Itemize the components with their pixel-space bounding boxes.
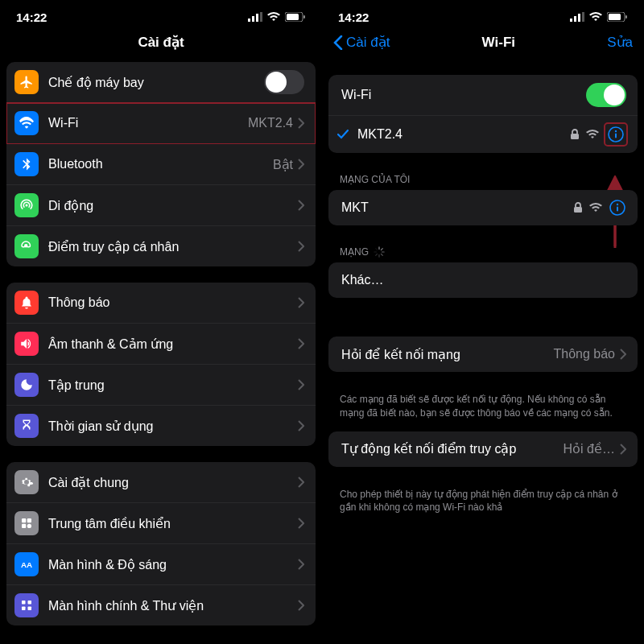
cellular-icon — [14, 193, 39, 217]
signal-icon — [248, 12, 262, 22]
battery-icon — [285, 12, 306, 22]
info-button[interactable] — [609, 199, 626, 217]
row-general[interactable]: Cài đặt chung — [6, 462, 316, 503]
status-indicators — [248, 12, 306, 22]
svg-rect-23 — [571, 134, 579, 139]
page-title: Cài đặt — [0, 29, 322, 62]
auto-join-section: Tự động kết nối điểm truy cập Hỏi đề… — [328, 431, 638, 467]
row-value: Hỏi đề… — [564, 441, 615, 456]
svg-rect-0 — [248, 19, 250, 22]
moon-icon — [14, 373, 39, 397]
hourglass-icon — [14, 414, 39, 438]
row-connected-network[interactable]: MKT2.4 — [328, 116, 638, 153]
airplane-icon — [14, 70, 39, 94]
row-ask-to-join[interactable]: Hỏi để kết nối mạng Thông báo — [328, 336, 638, 372]
row-cellular[interactable]: Di động — [6, 185, 316, 226]
chevron-right-icon — [298, 159, 304, 170]
lock-icon — [570, 129, 580, 140]
back-label: Cài đặt — [346, 34, 390, 51]
svg-rect-17 — [574, 16, 576, 22]
row-display[interactable]: AA Màn hình & Độ sáng — [6, 544, 316, 585]
row-my-network[interactable]: MKT — [328, 190, 638, 225]
edit-button[interactable]: Sửa — [607, 34, 633, 51]
info-button[interactable] — [605, 124, 626, 145]
chevron-right-icon — [298, 477, 304, 488]
settings-group-connectivity: Chế độ máy bay Wi-Fi MKT2.4 Bluetooth Bậ… — [6, 62, 316, 266]
svg-rect-9 — [22, 524, 26, 528]
airplane-toggle[interactable] — [264, 70, 304, 94]
row-notifications[interactable]: Thông báo — [6, 283, 316, 324]
status-time: 14:22 — [338, 10, 369, 24]
row-airplane-mode[interactable]: Chế độ máy bay — [6, 62, 316, 103]
svg-rect-28 — [574, 207, 582, 213]
back-button[interactable]: Cài đặt — [333, 34, 390, 51]
row-home-screen[interactable]: Màn hình chính & Thư viện — [6, 585, 316, 625]
row-bluetooth[interactable]: Bluetooth Bật — [6, 144, 316, 185]
chevron-right-icon — [298, 600, 304, 611]
row-label: Điểm truy cập cá nhân — [48, 239, 298, 254]
chevron-right-icon — [298, 338, 304, 349]
svg-rect-12 — [22, 601, 26, 605]
chevron-right-icon — [298, 241, 304, 252]
svg-rect-19 — [582, 12, 584, 22]
row-label: Hỏi để kết nối mạng — [341, 347, 553, 362]
network-icons — [570, 124, 626, 145]
chevron-right-icon — [298, 379, 304, 390]
wifi-icon — [14, 111, 39, 135]
svg-line-39 — [376, 249, 378, 250]
row-wifi-toggle[interactable]: Wi-Fi — [328, 75, 638, 116]
row-control-center[interactable]: Trung tâm điều khiển — [6, 503, 316, 544]
row-label: Thời gian sử dụng — [48, 419, 298, 434]
bell-icon — [14, 291, 39, 315]
svg-point-25 — [615, 130, 617, 132]
svg-rect-13 — [28, 601, 32, 605]
ask-to-join-section: Hỏi để kết nối mạng Thông báo — [328, 336, 638, 372]
row-sounds[interactable]: Âm thanh & Cảm ứng — [6, 324, 316, 365]
spinner-icon — [374, 246, 385, 258]
lock-icon — [573, 202, 583, 213]
chevron-right-icon — [298, 518, 304, 529]
row-label: Tập trung — [48, 378, 298, 393]
row-auto-join[interactable]: Tự động kết nối điểm truy cập Hỏi đề… — [328, 431, 638, 467]
status-time: 14:22 — [16, 10, 47, 24]
my-networks-section: MKT — [328, 190, 638, 225]
my-networks-header: MẠNG CỦA TÔI — [322, 169, 644, 190]
row-hotspot[interactable]: Điểm truy cập cá nhân — [6, 226, 316, 266]
row-value: MKT2.4 — [248, 116, 293, 130]
row-focus[interactable]: Tập trung — [6, 365, 316, 406]
wifi-icon — [267, 12, 280, 22]
wifi-strength-icon — [589, 203, 602, 213]
row-label: Wi-Fi — [341, 88, 586, 102]
row-label: Màn hình & Độ sáng — [48, 557, 298, 572]
chevron-right-icon — [620, 349, 626, 360]
row-wifi[interactable]: Wi-Fi MKT2.4 — [6, 103, 316, 144]
chevron-right-icon — [298, 420, 304, 431]
speaker-icon — [14, 332, 39, 356]
info-icon — [609, 199, 626, 217]
svg-rect-8 — [27, 518, 31, 522]
row-other-network[interactable]: Khác… — [328, 262, 638, 298]
row-label: Cài đặt chung — [48, 475, 298, 490]
network-name: MKT2.4 — [357, 127, 570, 142]
wifi-toggle[interactable] — [586, 83, 626, 107]
row-screentime[interactable]: Thời gian sử dụng — [6, 406, 316, 446]
svg-rect-15 — [28, 607, 32, 611]
battery-icon — [607, 12, 628, 22]
row-value: Thông báo — [553, 347, 615, 361]
display-icon: AA — [14, 552, 39, 576]
page-title: Wi-Fi — [482, 35, 515, 51]
network-name: MKT — [341, 200, 573, 215]
chevron-left-icon — [333, 35, 343, 50]
row-label: Thông báo — [48, 295, 298, 310]
row-label: Di động — [48, 198, 298, 213]
networks-header-label: MẠNG — [340, 246, 369, 258]
wifi-icon — [589, 12, 602, 22]
chevron-right-icon — [298, 118, 304, 129]
svg-rect-14 — [22, 607, 26, 611]
svg-rect-7 — [22, 518, 26, 522]
row-value: Bật — [273, 157, 293, 172]
chevron-right-icon — [298, 297, 304, 308]
info-icon — [607, 126, 625, 143]
hotspot-icon — [14, 234, 39, 258]
gear-icon — [14, 470, 39, 494]
